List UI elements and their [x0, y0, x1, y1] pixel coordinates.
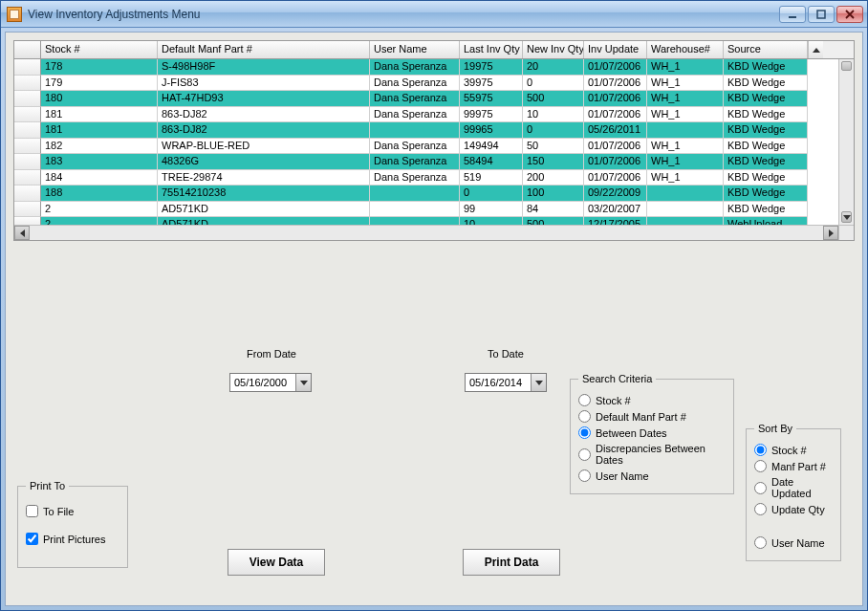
- cell[interactable]: 12/17/2005: [584, 217, 647, 225]
- sort-option[interactable]: Stock #: [754, 444, 833, 456]
- cell[interactable]: 01/07/2006: [584, 107, 647, 123]
- grid-vscroll[interactable]: [838, 59, 854, 225]
- cell[interactable]: 09/22/2009: [584, 185, 647, 202]
- row-header[interactable]: [14, 107, 41, 123]
- cell[interactable]: WH_1: [647, 76, 724, 92]
- sort-radio[interactable]: [754, 444, 767, 456]
- cell[interactable]: [370, 217, 460, 225]
- inventory-grid[interactable]: Stock # Default Manf Part # User Name La…: [13, 40, 855, 241]
- vscroll-thumb[interactable]: [841, 61, 852, 71]
- to-date-input[interactable]: [466, 374, 531, 391]
- cell[interactable]: HAT-47HD93: [158, 91, 370, 107]
- table-row[interactable]: 181863-DJ82Dana Speranza999751001/07/200…: [14, 107, 838, 123]
- cell[interactable]: KBD Wedge: [724, 170, 808, 186]
- cell[interactable]: 500: [523, 91, 584, 107]
- cell[interactable]: 01/07/2006: [584, 154, 647, 170]
- cell[interactable]: WebUpload: [724, 217, 808, 225]
- search-radio[interactable]: [578, 469, 591, 482]
- sort-option[interactable]: Update Qty: [754, 503, 833, 515]
- cell[interactable]: [647, 217, 724, 225]
- row-header[interactable]: [14, 122, 41, 139]
- cell[interactable]: J-FIS83: [158, 76, 370, 92]
- cell[interactable]: WH_1: [647, 107, 724, 123]
- search-option[interactable]: User Name: [578, 469, 726, 482]
- cell[interactable]: 150: [523, 154, 584, 170]
- print-data-button[interactable]: Print Data: [463, 549, 560, 576]
- cell[interactable]: 0: [523, 122, 584, 139]
- cell[interactable]: 01/07/2006: [584, 139, 647, 155]
- row-header[interactable]: [14, 59, 41, 76]
- print-pictures-checkbox[interactable]: [26, 533, 38, 545]
- row-header[interactable]: [14, 139, 41, 155]
- cell[interactable]: WRAP-BLUE-RED: [158, 139, 370, 155]
- cell[interactable]: Dana Speranza: [370, 107, 460, 123]
- row-header[interactable]: [14, 91, 41, 107]
- col-stock[interactable]: Stock #: [41, 41, 158, 58]
- maximize-button[interactable]: [808, 6, 835, 23]
- cell[interactable]: [647, 202, 724, 218]
- cell[interactable]: 84: [523, 202, 584, 218]
- table-row[interactable]: 18348326GDana Speranza5849415001/07/2006…: [14, 154, 838, 170]
- cell[interactable]: TREE-29874: [158, 170, 370, 186]
- cell[interactable]: KBD Wedge: [724, 154, 808, 170]
- col-last-qty[interactable]: Last Inv Qty: [460, 41, 523, 58]
- to-date-combo[interactable]: [465, 373, 547, 392]
- cell[interactable]: 0: [523, 76, 584, 92]
- cell[interactable]: S-498H98F: [158, 59, 370, 76]
- cell[interactable]: 149494: [460, 139, 523, 155]
- cell[interactable]: 863-DJ82: [158, 107, 370, 123]
- cell[interactable]: Dana Speranza: [370, 91, 460, 107]
- row-header[interactable]: [14, 154, 41, 170]
- cell[interactable]: [370, 202, 460, 218]
- sort-radio[interactable]: [754, 460, 767, 472]
- from-date-dropdown-icon[interactable]: [295, 374, 311, 391]
- cell[interactable]: WH_1: [647, 154, 724, 170]
- cell[interactable]: AD571KD: [158, 202, 370, 218]
- col-inv-update[interactable]: Inv Update: [584, 41, 647, 58]
- from-date-combo[interactable]: [229, 373, 312, 392]
- cell[interactable]: WH_1: [647, 139, 724, 155]
- to-file-checkbox-row[interactable]: To File: [26, 505, 119, 517]
- search-radio[interactable]: [578, 448, 591, 461]
- cell[interactable]: KBD Wedge: [724, 59, 808, 76]
- cell[interactable]: 10: [460, 217, 523, 225]
- minimize-button[interactable]: [779, 6, 806, 23]
- cell[interactable]: 58494: [460, 154, 523, 170]
- sort-option[interactable]: Date Updated: [754, 476, 833, 499]
- cell[interactable]: 01/07/2006: [584, 76, 647, 92]
- cell[interactable]: [647, 122, 724, 139]
- cell[interactable]: 188: [41, 185, 158, 202]
- table-row[interactable]: 178S-498H98FDana Speranza199752001/07/20…: [14, 59, 838, 76]
- cell[interactable]: Dana Speranza: [370, 76, 460, 92]
- cell[interactable]: 181: [41, 107, 158, 123]
- cell[interactable]: [647, 185, 724, 202]
- search-option[interactable]: Between Dates: [578, 426, 726, 439]
- cell[interactable]: 99965: [460, 122, 523, 139]
- sort-option[interactable]: Manf Part #: [754, 460, 833, 472]
- cell[interactable]: 19975: [460, 59, 523, 76]
- search-option[interactable]: Stock #: [578, 394, 726, 406]
- search-radio[interactable]: [578, 394, 591, 406]
- scroll-right-button[interactable]: [823, 226, 838, 240]
- to-date-dropdown-icon[interactable]: [531, 374, 546, 391]
- cell[interactable]: Dana Speranza: [370, 170, 460, 186]
- row-header[interactable]: [14, 202, 41, 218]
- cell[interactable]: 05/26/2011: [584, 122, 647, 139]
- cell[interactable]: 181: [41, 122, 158, 139]
- cell[interactable]: 200: [523, 170, 584, 186]
- sort-radio[interactable]: [754, 536, 767, 549]
- cell[interactable]: 2: [41, 202, 158, 218]
- close-button[interactable]: [836, 6, 863, 23]
- cell[interactable]: 01/07/2006: [584, 59, 647, 76]
- search-radio[interactable]: [578, 426, 591, 439]
- search-radio[interactable]: [578, 410, 591, 423]
- cell[interactable]: 863-DJ82: [158, 122, 370, 139]
- grid-hscroll[interactable]: [14, 225, 854, 240]
- col-warehouse[interactable]: Warehouse#: [647, 41, 724, 58]
- cell[interactable]: 0: [460, 185, 523, 202]
- cell[interactable]: KBD Wedge: [724, 122, 808, 139]
- cell[interactable]: KBD Wedge: [724, 107, 808, 123]
- cell[interactable]: 500: [523, 217, 584, 225]
- hscroll-track[interactable]: [30, 226, 823, 240]
- row-header[interactable]: [14, 76, 41, 92]
